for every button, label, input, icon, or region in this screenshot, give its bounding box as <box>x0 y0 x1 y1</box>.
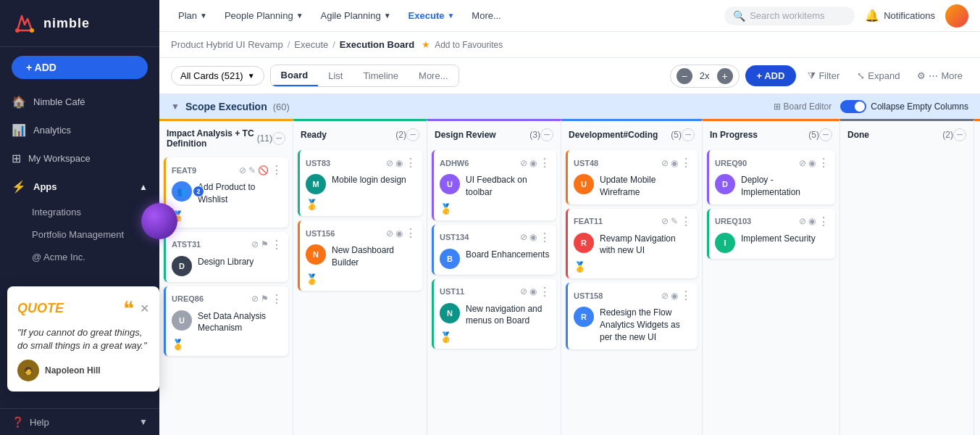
sidebar-item-portfolio-management[interactable]: Portfolio Management <box>0 223 159 246</box>
card-ust158[interactable]: UST158 ⊘ ◉ ⋮ R Redesign the Flow Analyti… <box>566 283 698 349</box>
tab-timeline[interactable]: Timeline <box>353 66 409 86</box>
scope-collapse-icon[interactable]: ▼ <box>171 102 180 112</box>
sidebar-item-integrations[interactable]: Integrations <box>0 201 159 223</box>
star-icon[interactable]: ★ <box>422 39 430 50</box>
more-actions-button[interactable]: ⚙ ⋯ More <box>911 66 968 86</box>
col-collapse-in-progress-1[interactable]: − <box>819 128 832 141</box>
card-adhw6[interactable]: ADHW6 ⊘ ◉ ⋮ U UI Feedback on toolbar <box>432 150 556 220</box>
more-menu[interactable]: ⋮ <box>271 238 282 252</box>
quote-icon: ❝ <box>123 297 134 320</box>
circle-icon[interactable]: ◉ <box>671 291 678 301</box>
sidebar-item-my-workspace[interactable]: ⊞ My Workspace <box>0 144 159 173</box>
nav-people-planning[interactable]: People Planning ▼ <box>217 6 311 25</box>
card-feat11[interactable]: FEAT11 ⊘ ✎ ⋮ R Revamp Navigation with ne… <box>566 209 698 279</box>
circle-icon[interactable]: ◉ <box>529 286 537 297</box>
stop-icon[interactable]: ⊘ <box>661 216 669 226</box>
circle-icon[interactable]: ◉ <box>808 216 816 226</box>
card-ust134[interactable]: UST134 ⊘ ◉ ⋮ B Board Enhancements <box>432 225 556 275</box>
stop-icon[interactable]: ⊘ <box>520 158 527 168</box>
search-box[interactable]: 🔍 Search workitems <box>724 7 855 25</box>
card-ust11[interactable]: UST11 ⊘ ◉ ⋮ N New navigation and menus o… <box>432 279 556 349</box>
sidebar-item-apps[interactable]: ⚡ Apps ▲ <box>0 173 159 201</box>
sidebar-footer-help[interactable]: ❓ Help ▼ <box>0 408 159 435</box>
more-menu[interactable]: ⋮ <box>680 289 692 302</box>
circle-icon[interactable]: ◉ <box>395 158 403 168</box>
stop-icon[interactable]: ⊘ <box>661 291 669 301</box>
card-ureq90[interactable]: UREQ90 ⊘ ◉ ⋮ D Deploy - Implementation <box>707 150 835 204</box>
zoom-decrease-button[interactable]: − <box>677 68 692 84</box>
nav-more[interactable]: More... <box>464 6 508 25</box>
flag-icon[interactable]: ⚑ <box>261 294 269 304</box>
sidebar-item-acme[interactable]: @ Acme Inc. <box>0 246 159 268</box>
circle-icon[interactable]: ◉ <box>808 158 816 168</box>
more-menu[interactable]: ⋮ <box>539 285 550 299</box>
award-icon: 🥇 <box>440 331 452 343</box>
circle-icon[interactable]: ◉ <box>529 158 537 168</box>
more-menu[interactable]: ⋮ <box>680 156 692 170</box>
edit-icon[interactable]: ✎ <box>248 165 256 175</box>
circle-icon[interactable]: ◉ <box>529 232 537 242</box>
quote-close-button[interactable]: ✕ <box>140 302 149 315</box>
col-collapse-ready[interactable]: − <box>406 128 419 141</box>
flag-icon[interactable]: ⚑ <box>261 239 269 249</box>
sidebar-item-nimble-cafe[interactable]: 🏠 Nimble Café <box>0 88 159 116</box>
notifications-button[interactable]: 🔔 Notifications <box>858 4 942 27</box>
block-icon[interactable]: 🚫 <box>258 165 269 175</box>
more-menu[interactable]: ⋮ <box>539 231 550 244</box>
card-ust156[interactable]: UST156 ⊘ ◉ ⋮ N New Dashboard Builder <box>298 220 422 291</box>
stop-icon[interactable]: ⊘ <box>386 228 393 239</box>
add-to-favourites-button[interactable]: Add to Favourites <box>435 40 503 50</box>
more-menu[interactable]: ⋮ <box>405 226 416 240</box>
more-menu[interactable]: ⋮ <box>818 215 829 228</box>
card-atst31[interactable]: ATST31 ⊘ ⚑ ⋮ D Design Library <box>164 232 288 282</box>
stop-icon[interactable]: ⊘ <box>520 286 527 297</box>
col-collapse-dev-coding[interactable]: − <box>682 128 695 141</box>
user-avatar[interactable] <box>945 4 968 28</box>
col-collapse-done[interactable]: − <box>953 128 966 141</box>
col-collapse-impact[interactable]: − <box>272 132 285 145</box>
breadcrumb-product[interactable]: Product Hybrid UI Revamp <box>171 39 283 50</box>
stop-icon[interactable]: ⊘ <box>661 158 669 168</box>
nav-plan[interactable]: Plan ▼ <box>171 6 214 25</box>
sidebar-item-analytics[interactable]: 📊 Analytics <box>0 116 159 144</box>
col-collapse-design[interactable]: − <box>540 128 553 141</box>
collapse-empty-columns-toggle[interactable]: Collapse Empty Columns <box>840 100 968 113</box>
nav-execute[interactable]: Execute ▼ <box>401 6 462 25</box>
stop-icon[interactable]: ⊘ <box>251 294 259 304</box>
zoom-increase-button[interactable]: + <box>717 68 733 84</box>
more-menu[interactable]: ⋮ <box>539 156 550 170</box>
more-menu[interactable]: ⋮ <box>405 156 416 170</box>
tab-list[interactable]: List <box>318 66 353 86</box>
card-title: Mobile login design <box>332 174 416 186</box>
card-avatar: 👥 2 <box>172 181 192 202</box>
stop-icon[interactable]: ⊘ <box>386 158 393 168</box>
stop-icon[interactable]: ⊘ <box>799 216 806 226</box>
edit-icon[interactable]: ✎ <box>671 216 678 226</box>
card-ust83[interactable]: UST83 ⊘ ◉ ⋮ M Mobile login design <box>298 150 422 216</box>
stop-icon[interactable]: ⊘ <box>251 239 259 249</box>
more-menu[interactable]: ⋮ <box>818 156 829 170</box>
filter-dropdown[interactable]: All Cards (521) ▼ <box>171 66 264 86</box>
stop-icon[interactable]: ⊘ <box>520 232 527 242</box>
card-ust48[interactable]: UST48 ⊘ ◉ ⋮ U Update Mobile Wireframe <box>566 150 698 204</box>
nav-agile-planning[interactable]: Agile Planning ▼ <box>314 6 398 25</box>
tab-more[interactable]: More... <box>409 66 458 86</box>
stop-icon[interactable]: ⊘ <box>799 158 806 168</box>
board-editor-button[interactable]: ⊞ Board Editor <box>774 102 832 112</box>
circle-icon[interactable]: ◉ <box>671 158 678 168</box>
card-ureq86[interactable]: UREQ86 ⊘ ⚑ ⋮ U Set Data Analysis Mechani… <box>164 286 288 357</box>
filter-button[interactable]: ⧩ Filter <box>802 66 845 86</box>
add-button[interactable]: + ADD <box>745 65 797 86</box>
breadcrumb-execute[interactable]: Execute <box>294 39 328 50</box>
circle-icon[interactable]: ◉ <box>395 228 403 239</box>
sidebar-add-button[interactable]: + ADD <box>12 56 148 79</box>
expand-button[interactable]: ⤡ Expand <box>851 66 905 86</box>
card-ureq103[interactable]: UREQ103 ⊘ ◉ ⋮ I Implement Security <box>707 209 835 259</box>
tab-board[interactable]: Board <box>271 65 319 86</box>
more-menu[interactable]: ⋮ <box>271 292 282 306</box>
more-menu[interactable]: ⋮ <box>680 215 692 228</box>
card-feat9[interactable]: FEAT9 ⊘ ✎ 🚫 ⋮ 👥 <box>164 157 288 228</box>
more-menu[interactable]: ⋮ <box>271 163 282 177</box>
quote-label: QUOTE <box>17 301 64 316</box>
stop-icon[interactable]: ⊘ <box>239 165 246 175</box>
